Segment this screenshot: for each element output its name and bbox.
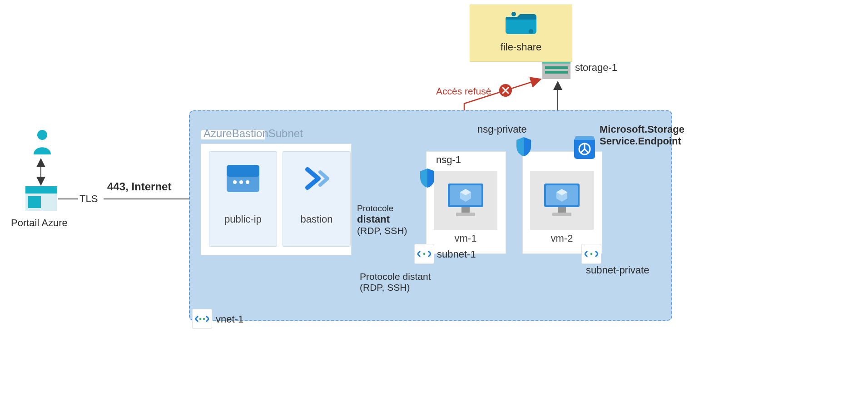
svg-point-14	[239, 180, 243, 184]
denied-x-icon	[499, 84, 512, 99]
svg-point-9	[199, 318, 201, 320]
file-share-label: file-share	[470, 41, 572, 53]
bastion-card: bastion	[283, 151, 351, 247]
svg-point-35	[511, 12, 516, 16]
svg-point-15	[246, 180, 249, 184]
bastion-icon	[298, 163, 335, 194]
public-ip-label: public-ip	[209, 213, 277, 225]
svg-point-20	[423, 253, 426, 255]
svg-point-10	[203, 318, 205, 320]
service-endpoint-icon	[572, 134, 597, 162]
vnet-badge-icon	[192, 309, 212, 329]
portal-azure-label: Portail Azure	[11, 217, 68, 229]
tls-label: TLS	[79, 193, 98, 205]
public-ip-card: public-ip	[209, 151, 277, 247]
storage-1-label: storage-1	[575, 62, 617, 74]
remote-proto-label-1: Protocole distant (RDP, SSH)	[357, 204, 407, 236]
svg-rect-18	[461, 207, 470, 213]
subnet-private-label: subnet-private	[586, 264, 649, 276]
vm-1-icon-wrap	[434, 171, 497, 230]
svg-rect-24	[552, 213, 571, 216]
file-share-icon	[505, 10, 537, 36]
service-endpoint-label: Microsoft.Storage Service.Endpoint	[600, 124, 684, 147]
vm-icon	[541, 182, 582, 219]
nsg-private-label: nsg-private	[477, 124, 527, 135]
user-icon	[32, 129, 53, 156]
access-denied-label: Accès refusé	[436, 86, 491, 97]
svg-rect-8	[28, 196, 41, 208]
svg-point-36	[529, 29, 533, 34]
subnet-private-badge-icon	[581, 244, 601, 264]
vm-1-label: vm-1	[434, 233, 497, 244]
bastion-label: bastion	[283, 213, 350, 225]
subnet-1-label: subnet-1	[437, 248, 476, 260]
shield-icon-nsg-private	[515, 136, 533, 159]
svg-rect-12	[227, 165, 259, 177]
nsg-1-label: nsg-1	[436, 154, 461, 166]
bastion-subnet-label: AzureBastionSubnet	[203, 127, 303, 140]
svg-rect-23	[558, 207, 566, 213]
portal-azure-icon	[25, 186, 57, 213]
vm-2-icon-wrap	[530, 171, 594, 230]
remote-proto-label-2: Protocole distant (RDP, SSH)	[360, 271, 431, 293]
vm-icon	[445, 182, 486, 219]
subnet-1-badge-icon	[414, 244, 434, 264]
file-share-box: file-share	[470, 5, 572, 62]
vm-2-label: vm-2	[530, 233, 594, 244]
port-443-label: 443, Internet	[107, 180, 171, 193]
svg-rect-7	[25, 186, 57, 194]
svg-rect-19	[456, 213, 475, 216]
public-ip-icon	[225, 163, 261, 194]
svg-rect-33	[545, 66, 568, 69]
svg-rect-34	[545, 71, 568, 74]
vnet-1-label: vnet-1	[216, 313, 243, 325]
svg-point-5	[37, 130, 47, 140]
svg-point-25	[590, 253, 593, 255]
svg-point-13	[233, 180, 237, 184]
